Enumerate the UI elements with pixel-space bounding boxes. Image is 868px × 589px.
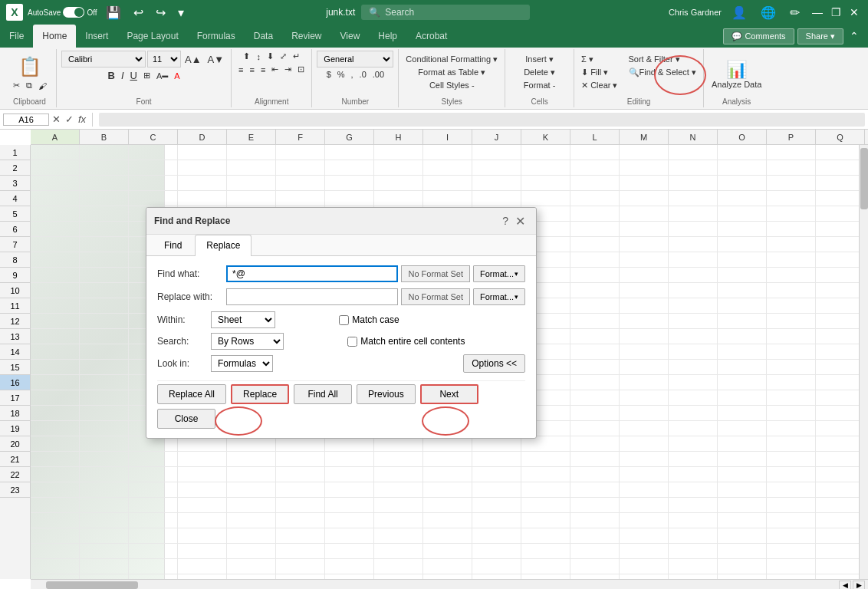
col-header-m[interactable]: M — [620, 130, 669, 144]
dlg-tab-find[interactable]: Find — [153, 235, 193, 255]
font-size-select[interactable]: 11 — [147, 51, 181, 67]
comma-button[interactable]: , — [349, 69, 356, 80]
minimize-button[interactable]: — — [810, 5, 825, 20]
undo-button[interactable]: ↩ — [130, 4, 147, 21]
text-direction-button[interactable]: ⤢ — [278, 51, 289, 62]
search-select[interactable]: By Rows By Columns — [211, 333, 284, 350]
global-search-box[interactable]: 🔍 Search — [361, 5, 530, 20]
close-button[interactable]: ✕ — [847, 5, 862, 20]
wrap-text-button[interactable]: ↵ — [291, 51, 302, 62]
col-header-d[interactable]: D — [178, 130, 227, 144]
align-top-button[interactable]: ⬆ — [241, 51, 252, 62]
dialog-close-button[interactable]: ✕ — [511, 212, 528, 229]
comments-button[interactable]: 💬 Comments — [723, 28, 794, 44]
decrease-font-button[interactable]: A▼ — [205, 53, 227, 66]
increase-indent-button[interactable]: ⇥ — [282, 64, 294, 75]
replace-format-button[interactable]: Format... ▾ — [473, 288, 525, 305]
find-format-button[interactable]: Format... ▾ — [473, 265, 525, 282]
italic-button[interactable]: I — [119, 69, 127, 82]
align-bottom-button[interactable]: ⬇ — [265, 51, 276, 62]
col-header-j[interactable]: J — [472, 130, 521, 144]
format-as-table-button[interactable]: Format as Table ▾ — [416, 67, 488, 78]
tab-formulas[interactable]: Formulas — [188, 25, 245, 48]
bold-button[interactable]: B — [106, 69, 117, 82]
col-header-f[interactable]: F — [276, 130, 325, 144]
col-header-n[interactable]: N — [669, 130, 718, 144]
find-select-button[interactable]: 🔍 Find & Select ▾ — [626, 67, 699, 78]
copy-button[interactable]: ⧉ — [24, 80, 35, 91]
cancel-formula-icon[interactable]: ✕ — [52, 114, 61, 125]
align-center-button[interactable]: ≡ — [248, 64, 257, 75]
horizontal-scrollbar[interactable]: ◀ ▶ — [31, 579, 868, 589]
find-what-input[interactable]: *@ — [226, 265, 398, 282]
font-color-button[interactable]: A — [172, 71, 182, 81]
align-left-button[interactable]: ≡ — [236, 64, 245, 75]
clear-button[interactable]: ✕ Clear ▾ — [579, 80, 620, 91]
replace-all-button[interactable]: Replace All — [157, 384, 226, 404]
fill-color-button[interactable]: A▬ — [154, 71, 170, 81]
within-select[interactable]: Sheet Workbook — [211, 311, 275, 328]
insert-function-icon[interactable]: fx — [78, 114, 86, 125]
tab-data[interactable]: Data — [245, 25, 282, 48]
tab-help[interactable]: Help — [369, 25, 406, 48]
insert-cells-button[interactable]: Insert ▾ — [523, 54, 556, 65]
col-header-i[interactable]: I — [423, 130, 472, 144]
col-header-l[interactable]: L — [570, 130, 620, 144]
align-middle-button[interactable]: ↕ — [254, 51, 263, 62]
sort-filter-button[interactable]: Sort & Filter ▾ — [626, 54, 699, 65]
delete-cells-button[interactable]: Delete ▾ — [521, 67, 557, 78]
paste-button[interactable]: 📋 — [15, 54, 44, 79]
customize-qat-button[interactable]: ▾ — [174, 4, 188, 21]
col-header-e[interactable]: E — [227, 130, 276, 144]
align-right-button[interactable]: ≡ — [258, 64, 268, 75]
tab-acrobat[interactable]: Acrobat — [406, 25, 456, 48]
increase-decimal-button[interactable]: .00 — [370, 69, 386, 80]
next-button[interactable]: Next — [420, 384, 478, 404]
fill-button[interactable]: ⬇ Fill ▾ — [579, 67, 620, 78]
cell-styles-button[interactable]: Cell Styles - — [427, 80, 477, 90]
col-header-q[interactable]: Q — [816, 130, 865, 144]
format-painter-button[interactable]: 🖌 — [36, 80, 49, 91]
scroll-left-button[interactable]: ◀ — [839, 581, 851, 590]
currency-button[interactable]: $ — [324, 69, 334, 80]
save-button[interactable]: 💾 — [102, 4, 125, 21]
col-header-b[interactable]: B — [80, 130, 129, 144]
col-header-g[interactable]: G — [325, 130, 374, 144]
account-button[interactable]: 👤 — [728, 4, 751, 21]
col-header-p[interactable]: P — [767, 130, 816, 144]
vertical-scrollbar[interactable] — [859, 145, 868, 579]
tab-view[interactable]: View — [331, 25, 370, 48]
tab-insert[interactable]: Insert — [76, 25, 117, 48]
match-entire-checkbox[interactable] — [347, 337, 357, 347]
tab-page-layout[interactable]: Page Layout — [117, 25, 187, 48]
font-family-select[interactable]: Calibri — [61, 51, 146, 67]
match-case-checkbox[interactable] — [339, 315, 349, 325]
decrease-decimal-button[interactable]: .0 — [357, 69, 369, 80]
tab-review[interactable]: Review — [282, 25, 330, 48]
close-dialog-button[interactable]: Close — [157, 409, 215, 429]
replace-with-input[interactable] — [226, 288, 398, 305]
restore-button[interactable]: ❐ — [828, 5, 843, 20]
col-header-a[interactable]: A — [31, 130, 80, 144]
replace-button[interactable]: Replace — [231, 384, 289, 404]
dialog-help-button[interactable]: ? — [502, 215, 508, 227]
ribbon-toggle-button[interactable]: 🌐 — [757, 4, 780, 21]
share-button[interactable]: Share ▾ — [797, 28, 843, 44]
format-cells-button[interactable]: Format - — [521, 80, 558, 90]
autosave-pill[interactable] — [63, 7, 84, 18]
lookin-select[interactable]: Formulas Values Notes — [211, 355, 273, 372]
ribbon-collapse-button[interactable]: ⌃ — [847, 28, 862, 44]
confirm-formula-icon[interactable]: ✓ — [65, 114, 74, 125]
previous-button[interactable]: Previous — [357, 384, 416, 404]
underline-button[interactable]: U — [128, 69, 140, 82]
feedback-button[interactable]: ✏ — [786, 4, 804, 21]
tab-home[interactable]: Home — [33, 25, 76, 48]
tab-file[interactable]: File — [0, 25, 33, 48]
col-header-c[interactable]: C — [129, 130, 178, 144]
percent-button[interactable]: % — [335, 69, 347, 80]
col-header-h[interactable]: H — [374, 130, 423, 144]
increase-font-button[interactable]: A▲ — [182, 53, 204, 66]
cut-button[interactable]: ✂ — [11, 80, 22, 91]
analyze-data-button[interactable]: 📊 Analyze Data — [709, 58, 764, 90]
col-header-o[interactable]: O — [718, 130, 767, 144]
